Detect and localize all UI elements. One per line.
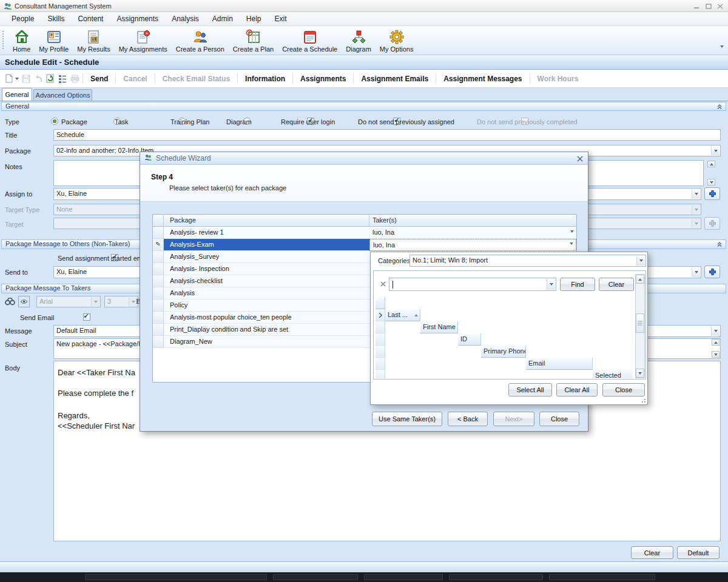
row-header[interactable]: [153, 251, 164, 263]
package-cell[interactable]: Analysis-checklist: [164, 275, 369, 287]
select-all-button[interactable]: Select All: [508, 383, 552, 396]
collapse-chevron-icon[interactable]: [716, 104, 723, 112]
clear-filter-x-icon[interactable]: [380, 281, 386, 288]
package-cell[interactable]: Analysis-Exam: [164, 239, 369, 251]
row-header[interactable]: [376, 333, 385, 346]
subject-scroll-down-icon[interactable]: [712, 351, 720, 358]
menu-item-admin[interactable]: Admin: [206, 12, 240, 25]
package-cell[interactable]: Analysis: [164, 287, 369, 299]
package-cell[interactable]: Print_Diaplay condition and Skip are set: [164, 324, 369, 336]
assign-to-add-button[interactable]: [704, 187, 720, 200]
find-input[interactable]: [389, 278, 556, 291]
group-header-general[interactable]: General: [1, 102, 726, 111]
taskbar-window[interactable]: [549, 574, 655, 580]
row-header[interactable]: [376, 370, 385, 378]
new-document-button[interactable]: [3, 73, 15, 85]
wizard-titlebar[interactable]: Schedule Wizard: [140, 152, 588, 165]
notes-scroll-up-icon[interactable]: [707, 161, 715, 167]
row-header[interactable]: [153, 312, 164, 324]
toolbar-item-my-options[interactable]: My Options: [376, 27, 418, 53]
toolbar-item-create-a-person[interactable]: Create a Person: [172, 27, 229, 53]
taker-cell-editor[interactable]: luo, Ina: [369, 239, 576, 251]
toolbar-item-diagram[interactable]: Diagram: [342, 27, 376, 53]
resize-grip[interactable]: [640, 397, 645, 403]
edit-pencil-icon[interactable]: ✎: [153, 239, 164, 251]
row-header[interactable]: [153, 263, 164, 275]
package-cell[interactable]: Policy: [164, 299, 369, 312]
tab-general[interactable]: General: [2, 88, 32, 101]
toolbar-item-home[interactable]: Home: [8, 27, 35, 53]
package-cell[interactable]: Diagram_New: [164, 336, 369, 348]
people-table-scrollbar[interactable]: [635, 274, 645, 378]
row-header[interactable]: [153, 299, 164, 312]
collapse-chevron-icon[interactable]: [716, 241, 723, 249]
picker-close-button[interactable]: Close: [602, 383, 645, 396]
col-first-name[interactable]: First Name: [420, 321, 458, 333]
checkbox-send-started-email-label[interactable]: Send assignment started email: [58, 255, 149, 262]
menu-item-assignments[interactable]: Assignments: [110, 12, 165, 25]
save-button[interactable]: [20, 73, 32, 85]
assignment-messages-button[interactable]: Assignment Messages: [438, 72, 527, 85]
clear-footer-button[interactable]: Clear: [631, 546, 673, 559]
radio-task-label[interactable]: Task: [115, 118, 129, 125]
close-window-button[interactable]: [715, 3, 725, 10]
use-same-takers-button[interactable]: Use Same Taker(s): [372, 412, 442, 426]
package-cell[interactable]: Analysis- review 1: [164, 227, 369, 239]
menu-item-people[interactable]: People: [5, 12, 41, 25]
row-header[interactable]: [153, 275, 164, 287]
maximize-button[interactable]: [704, 3, 713, 10]
find-button[interactable]: Find: [560, 278, 595, 291]
row-header[interactable]: [376, 321, 385, 333]
row-header[interactable]: [153, 227, 164, 239]
toolbar-item-create-a-schedule[interactable]: Create a Schedule: [278, 27, 342, 53]
chevron-down-icon[interactable]: [711, 326, 720, 336]
new-document-dropdown-icon[interactable]: [15, 78, 19, 80]
col-selected[interactable]: Selected: [593, 370, 633, 378]
toolbar-item-my-assignments[interactable]: My Assignments: [115, 27, 172, 53]
send-to-add-button[interactable]: [704, 266, 720, 278]
checkbox-no-previously-assigned-label[interactable]: Do not send previously assigned: [358, 118, 454, 125]
check-email-status-button[interactable]: Check Email Status: [157, 72, 235, 85]
menu-item-exit[interactable]: Exit: [268, 12, 294, 25]
assignment-emails-button[interactable]: Assignment Emails: [356, 72, 434, 85]
taskbar-window[interactable]: [449, 574, 543, 580]
toolbar-item-create-a-plan[interactable]: Create a Plan: [229, 27, 278, 53]
checkbox-send-email[interactable]: [83, 313, 90, 321]
checkbox-send-email-label[interactable]: Send Email: [20, 314, 54, 321]
row-header[interactable]: [153, 287, 164, 299]
row-header[interactable]: [153, 324, 164, 336]
undo-button[interactable]: [32, 73, 44, 85]
minimize-button[interactable]: [692, 3, 701, 10]
row-header[interactable]: [376, 358, 385, 370]
col-id[interactable]: ID: [458, 333, 481, 346]
radio-training-plan-label[interactable]: Training Plan: [170, 118, 209, 125]
information-button[interactable]: Information: [240, 72, 291, 85]
taskbar-window[interactable]: [85, 574, 267, 580]
clear-button[interactable]: Clear: [599, 278, 634, 291]
radio-diagram-label[interactable]: Diagram: [226, 118, 252, 125]
menu-item-analysis[interactable]: Analysis: [165, 12, 206, 25]
radio-package[interactable]: [51, 118, 58, 125]
properties-list-button[interactable]: [56, 73, 69, 85]
default-footer-button[interactable]: Default: [677, 546, 720, 559]
cancel-button[interactable]: Cancel: [118, 72, 152, 85]
menu-item-skills[interactable]: Skills: [41, 12, 71, 25]
find-binoculars-icon[interactable]: [5, 297, 15, 307]
col-last-name[interactable]: Last ...: [385, 309, 420, 321]
taker-cell[interactable]: luo, Ina: [369, 227, 576, 239]
title-input[interactable]: Schedule: [53, 129, 721, 141]
chevron-down-icon[interactable]: [636, 256, 645, 266]
package-cell[interactable]: Analysis-most popular choice_ten people: [164, 312, 369, 324]
chevron-down-icon[interactable]: [547, 279, 555, 290]
scrollbar-thumb[interactable]: [636, 313, 644, 333]
package-cell[interactable]: Analysis- Inspection: [164, 263, 369, 275]
toolbar-item-my-profile[interactable]: My Profile: [35, 27, 73, 53]
chevron-down-icon[interactable]: [711, 146, 720, 155]
menu-item-content[interactable]: Content: [71, 12, 110, 25]
wizard-col-takers[interactable]: Taker(s): [369, 215, 576, 227]
preview-eye-button[interactable]: [18, 296, 30, 307]
chevron-down-icon[interactable]: [692, 267, 700, 277]
print-button[interactable]: [69, 73, 81, 85]
tab-advanced-options[interactable]: Advanced Options: [33, 89, 92, 101]
wizard-close-icon[interactable]: [577, 155, 583, 164]
